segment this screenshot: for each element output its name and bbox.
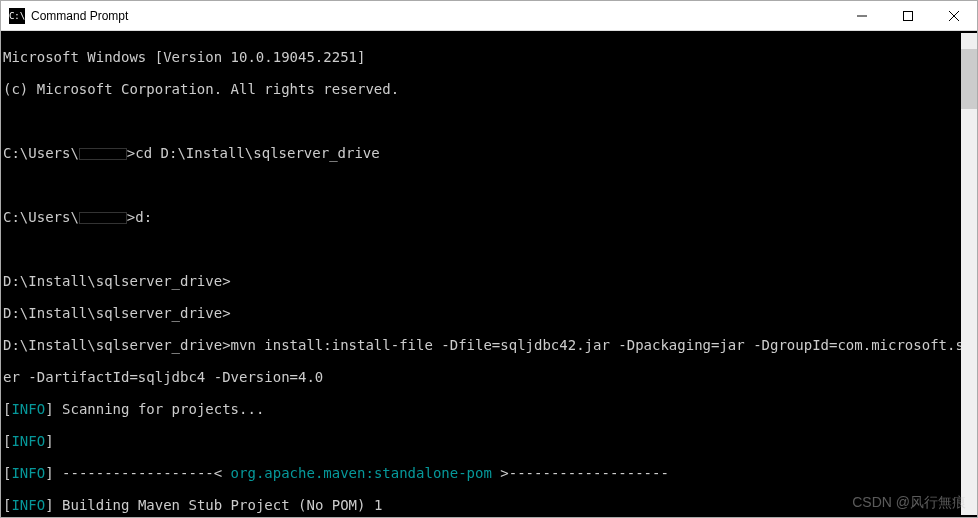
prompt-line: C:\Users\>d: [3,209,961,225]
prompt-line: D:\Install\sqlserver_drive> [3,273,961,289]
maximize-button[interactable] [885,1,931,30]
log-line: [INFO] ------------------< org.apache.ma… [3,465,961,481]
close-button[interactable] [931,1,977,30]
prompt-line: D:\Install\sqlserver_drive> [3,305,961,321]
window-title: Command Prompt [31,9,839,23]
version-line: Microsoft Windows [Version 10.0.19045.22… [3,49,961,65]
titlebar[interactable]: C:\ Command Prompt [1,1,977,31]
prompt-line: C:\Users\>cd D:\Install\sqlserver_drive [3,145,961,161]
window-controls [839,1,977,30]
terminal-area[interactable]: Microsoft Windows [Version 10.0.19045.22… [1,31,977,517]
redacted-username [79,148,127,160]
mvn-command: D:\Install\sqlserver_drive>mvn install:i… [3,337,961,353]
terminal-content[interactable]: Microsoft Windows [Version 10.0.19045.22… [3,33,961,515]
svg-rect-1 [904,11,913,20]
copyright-line: (c) Microsoft Corporation. All rights re… [3,81,961,97]
log-line: [INFO] Building Maven Stub Project (No P… [3,497,961,513]
scrollbar-thumb[interactable] [961,49,977,109]
minimize-button[interactable] [839,1,885,30]
app-icon: C:\ [9,8,25,24]
log-line: [INFO] [3,433,961,449]
redacted-username [79,212,127,224]
command-prompt-window: C:\ Command Prompt Microsoft Windows [Ve… [0,0,978,518]
log-line: [INFO] Scanning for projects... [3,401,961,417]
mvn-command: er -DartifactId=sqljdbc4 -Dversion=4.0 [3,369,961,385]
scrollbar[interactable] [961,33,977,515]
